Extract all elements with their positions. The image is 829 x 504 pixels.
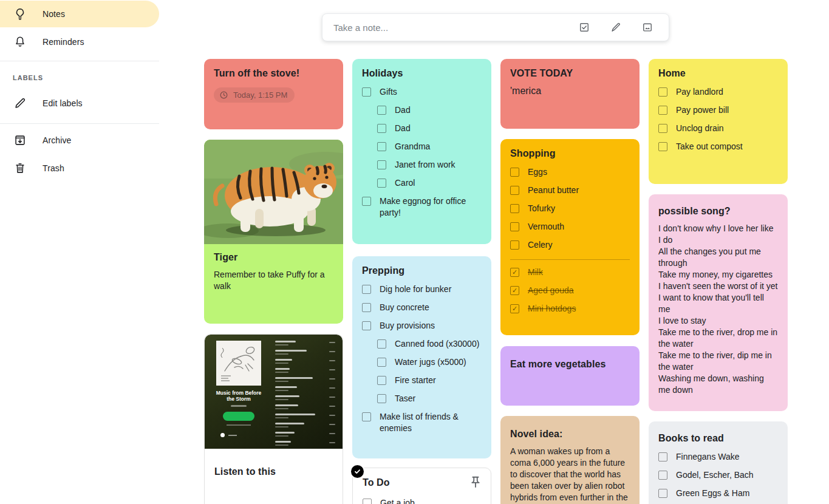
note-holidays[interactable]: Holidays GiftsDadDadGrandmaJanet from wo…	[352, 59, 491, 244]
checklist-item[interactable]: Canned food (x30000)	[362, 338, 482, 350]
checklist-item[interactable]: Get a job	[363, 497, 481, 504]
sidebar-item-notes[interactable]: Notes	[0, 1, 159, 27]
checklist-item[interactable]: Vermouth	[510, 221, 630, 233]
checkbox-icon[interactable]	[510, 186, 519, 195]
checklist-item[interactable]: Fire starter	[362, 375, 482, 386]
reminder-chip[interactable]: Today, 1:15 PM	[214, 87, 295, 103]
checklist-item-label: Pay landlord	[676, 86, 723, 98]
spotify-track-row	[275, 423, 335, 427]
checklist-item[interactable]: Dad	[362, 123, 482, 134]
checkbox-icon[interactable]	[377, 394, 386, 403]
note-shopping[interactable]: Shopping EggsPeanut butterTofurkyVermout…	[500, 139, 640, 335]
checklist-item[interactable]: Take out compost	[658, 141, 778, 152]
checkbox-icon[interactable]	[362, 87, 371, 97]
checkbox-icon[interactable]	[362, 412, 371, 421]
note-title: Prepping	[362, 265, 482, 277]
checkbox-icon[interactable]	[377, 142, 386, 151]
checkbox-icon[interactable]	[658, 106, 667, 115]
selected-check-badge[interactable]	[350, 464, 365, 479]
notes-column-1: Turn off the stove! Today, 1:15 PM	[204, 59, 343, 504]
sidebar-item-trash[interactable]: Trash	[0, 155, 159, 182]
checkbox-icon[interactable]	[658, 489, 667, 498]
note-tiger[interactable]: Tiger Remember to take Puffy for a walk	[204, 140, 343, 324]
note-todo-wrapper: To Do Get a job	[352, 468, 491, 504]
note-title: VOTE TODAY	[510, 67, 630, 80]
checkbox-icon[interactable]	[377, 376, 386, 385]
checklist-item[interactable]: Buy concrete	[362, 302, 482, 313]
checkbox-icon[interactable]	[363, 499, 372, 504]
checklist-item[interactable]: Gifts	[362, 86, 482, 98]
new-image-button[interactable]	[637, 17, 658, 38]
checklist-item[interactable]: Make eggnog for office party!	[362, 196, 482, 219]
checklist-item[interactable]: Carol	[362, 177, 482, 189]
sidebar-item-edit-labels[interactable]: Edit labels	[0, 90, 159, 117]
note-todo[interactable]: To Do Get a job	[352, 468, 491, 504]
checklist-item[interactable]: Janet from work	[362, 159, 482, 171]
checklist-item[interactable]: Dig hole for bunker	[362, 284, 482, 295]
checklist-item[interactable]: ✓Aged gouda	[510, 285, 630, 296]
checklist-item[interactable]: Water jugs (x5000)	[362, 356, 482, 368]
sidebar-item-archive[interactable]: Archive	[0, 127, 159, 154]
note-vote-today[interactable]: VOTE TODAY 'merica	[500, 59, 640, 129]
new-list-button[interactable]	[574, 17, 595, 38]
checklist-item[interactable]: Peanut butter	[510, 185, 630, 196]
checkbox-icon[interactable]	[658, 142, 667, 151]
checklist-item[interactable]: Make list of friends & enemies	[362, 411, 482, 434]
note-turn-off-the-stove[interactable]: Turn off the stove! Today, 1:15 PM	[204, 59, 343, 129]
checklist-item[interactable]: Dad	[362, 104, 482, 116]
checkbox-icon[interactable]	[510, 240, 519, 250]
checked-checkbox-icon[interactable]: ✓	[510, 304, 519, 313]
note-title: Listen to this	[214, 466, 333, 478]
take-a-note-input[interactable]	[332, 22, 574, 33]
checkbox-icon[interactable]	[658, 124, 667, 133]
sidebar: Notes Reminders LABELS Edit labels Archi…	[0, 0, 159, 504]
checkbox-icon[interactable]	[377, 339, 386, 349]
note-listen-to-this[interactable]: Music from Before the Storm Listen to th…	[204, 334, 343, 504]
checkbox-icon[interactable]	[510, 168, 519, 177]
checklist-item[interactable]: Grandma	[362, 141, 482, 152]
checklist-item[interactable]: ✓Milk	[510, 267, 630, 278]
checked-checkbox-icon[interactable]: ✓	[510, 286, 519, 295]
checkbox-icon[interactable]	[377, 106, 386, 115]
note-possible-song[interactable]: possible song? I don't know why I love h…	[649, 194, 788, 411]
checklist-item[interactable]: Godel, Escher, Bach	[658, 469, 778, 481]
note-eat-more-vegetables[interactable]: Eat more vegetables	[500, 346, 640, 406]
checkbox-icon[interactable]	[377, 124, 386, 133]
checklist-item[interactable]: Buy provisions	[362, 320, 482, 332]
checkbox-icon[interactable]	[362, 303, 371, 312]
checklist-item[interactable]: Taser	[362, 393, 482, 404]
checklist-item-label: Celery	[528, 239, 552, 251]
checkbox-icon[interactable]	[362, 321, 371, 330]
checklist-item[interactable]: Green Eggs & Ham	[658, 488, 778, 499]
take-a-note-bar[interactable]	[322, 13, 669, 41]
checklist-item[interactable]: Eggs	[510, 166, 630, 178]
note-home[interactable]: Home Pay landlordPay power billUnclog dr…	[649, 59, 788, 184]
checkbox-icon[interactable]	[362, 285, 371, 294]
shuffle-toggle[interactable]	[220, 433, 237, 437]
checkbox-icon[interactable]	[362, 197, 371, 206]
checklist-item[interactable]: Celery	[510, 239, 630, 251]
note-books-to-read[interactable]: Books to read Finnegans WakeGodel, Esche…	[649, 421, 788, 504]
pin-icon[interactable]	[469, 475, 482, 489]
checklist-item[interactable]: Pay landlord	[658, 86, 778, 98]
checklist-item-label: Janet from work	[395, 159, 455, 171]
checkbox-icon[interactable]	[658, 87, 667, 97]
checklist-item[interactable]: ✓Mini hotdogs	[510, 303, 630, 315]
checkbox-icon[interactable]	[658, 471, 667, 480]
play-button[interactable]	[223, 412, 254, 421]
new-drawing-button[interactable]	[606, 17, 626, 38]
note-prepping[interactable]: Prepping Dig hole for bunkerBuy concrete…	[352, 256, 491, 458]
checklist-item[interactable]: Pay power bill	[658, 104, 778, 116]
checkbox-icon[interactable]	[377, 179, 386, 188]
checklist-item[interactable]: Finnegans Wake	[658, 451, 778, 463]
note-novel-idea[interactable]: Novel idea: A woman wakes up from a coma…	[500, 416, 640, 504]
checkbox-icon[interactable]	[377, 160, 386, 169]
checkbox-icon[interactable]	[510, 204, 519, 213]
checkbox-icon[interactable]	[377, 358, 386, 367]
checkbox-icon[interactable]	[510, 222, 519, 231]
checklist-item[interactable]: Tofurky	[510, 203, 630, 214]
checklist-item[interactable]: Unclog drain	[658, 123, 778, 134]
sidebar-item-reminders[interactable]: Reminders	[0, 29, 159, 55]
checked-checkbox-icon[interactable]: ✓	[510, 268, 519, 277]
checkbox-icon[interactable]	[658, 452, 667, 461]
